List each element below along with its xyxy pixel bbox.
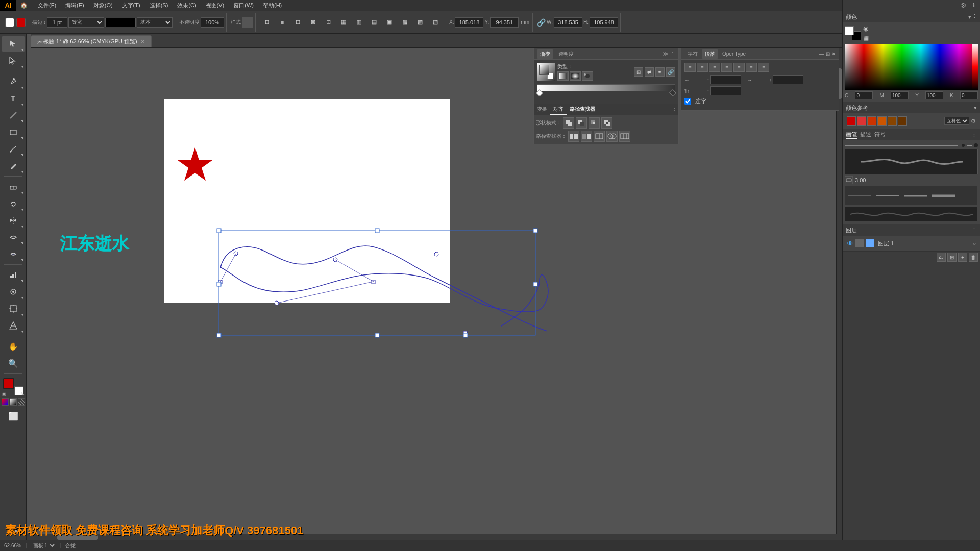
- font-panel-close[interactable]: ✕: [831, 51, 836, 57]
- align-icon-7[interactable]: ▥: [352, 15, 366, 30]
- pencil-tool[interactable]: [2, 158, 24, 174]
- bbox-tl[interactable]: [217, 229, 221, 233]
- align-icon-8[interactable]: ▤: [367, 15, 381, 30]
- indent-up-arrow[interactable]: ↑: [707, 77, 709, 82]
- hex-input[interactable]: [855, 91, 873, 99]
- brush-panel-options[interactable]: ⋮: [971, 132, 977, 138]
- gradient-options-icon[interactable]: ⋮: [670, 51, 675, 57]
- font-panel-expand[interactable]: ⊞: [826, 51, 830, 57]
- menu-file[interactable]: 文件(F): [34, 1, 60, 10]
- align-icon-3[interactable]: ⊟: [290, 15, 305, 30]
- color-panel-options[interactable]: ⋮: [972, 14, 977, 20]
- brush-tool[interactable]: [2, 141, 24, 157]
- align-icon-9[interactable]: ▣: [382, 15, 397, 30]
- fill-color-box[interactable]: [3, 378, 14, 389]
- none-mode-btn[interactable]: [18, 398, 25, 406]
- y-input[interactable]: [490, 17, 519, 28]
- lock-proportions-icon[interactable]: 🔗: [537, 18, 546, 27]
- artboard-tool[interactable]: [2, 300, 24, 317]
- color-ref-settings[interactable]: ⚙: [971, 118, 976, 124]
- pf-btn-1[interactable]: [568, 131, 579, 142]
- shape-minus-front-btn[interactable]: [576, 117, 587, 129]
- align-tab[interactable]: 对齐: [550, 104, 567, 115]
- font-panel-minimize[interactable]: —: [819, 51, 824, 57]
- warp-tool[interactable]: [2, 229, 24, 245]
- bbox-mr[interactable]: [533, 282, 537, 286]
- menu-object[interactable]: 对象(O): [89, 1, 117, 10]
- align-justify-last-left-btn[interactable]: ≡: [733, 63, 745, 72]
- rotate-tool[interactable]: [2, 195, 24, 212]
- style-preview[interactable]: [242, 17, 253, 28]
- k-input[interactable]: [960, 91, 978, 99]
- stroke-type-select[interactable]: 等宽: [68, 17, 104, 28]
- brush-tab-describe[interactable]: 描述: [860, 131, 871, 139]
- line-tool[interactable]: [2, 107, 24, 123]
- hand-tool[interactable]: ✋: [2, 338, 24, 355]
- change-screen-mode-btn[interactable]: ⬜: [2, 408, 24, 424]
- layer-lock-icon[interactable]: [855, 239, 864, 247]
- brush-header[interactable]: 画笔 描述 符号 ⋮: [843, 129, 980, 140]
- grad-link-btn[interactable]: 🔗: [666, 67, 675, 77]
- info-icon[interactable]: ℹ: [970, 2, 978, 10]
- brush-tab-stroke[interactable]: 画笔: [846, 131, 857, 139]
- document-tab[interactable]: 未标题-1* @ 62.66% (CMYK/GPU 预览) ✕: [31, 35, 152, 47]
- grad-reverse-btn[interactable]: ⇄: [645, 67, 654, 77]
- transform-tab[interactable]: 变换: [534, 104, 550, 115]
- width-tool[interactable]: [2, 246, 24, 262]
- slice-tool[interactable]: [2, 317, 24, 334]
- fill-swatch-small[interactable]: [845, 26, 854, 35]
- grad-linear-btn[interactable]: [557, 71, 569, 81]
- direct-select-tool[interactable]: [2, 53, 24, 69]
- home-icon[interactable]: 🏠: [16, 0, 32, 11]
- y-input-r[interactable]: [925, 91, 943, 99]
- font-tab-opentype[interactable]: OpenType: [719, 50, 749, 58]
- graph-tool[interactable]: [2, 267, 24, 283]
- brush-stroke-display[interactable]: [845, 149, 978, 174]
- grad-swatch[interactable]: [537, 63, 555, 81]
- color-ref-swatch-1[interactable]: [857, 116, 866, 126]
- color-ref-header[interactable]: 颜色参考 ▾: [843, 102, 980, 113]
- align-icon-6[interactable]: ▦: [336, 15, 351, 30]
- hue-slider[interactable]: [972, 44, 978, 90]
- color-mode-btn[interactable]: [2, 398, 9, 406]
- zoom-tool[interactable]: 🔍: [2, 355, 24, 371]
- shape-tool[interactable]: [2, 124, 24, 140]
- new-layer-btn[interactable]: +: [958, 253, 967, 262]
- shape-unite-btn[interactable]: [563, 117, 574, 129]
- settings-icon[interactable]: ⚙: [960, 2, 968, 10]
- bbox-bc[interactable]: [375, 333, 379, 337]
- space-before-arrow[interactable]: ↑: [707, 88, 709, 93]
- grad-tab-opacity[interactable]: 透明度: [555, 49, 577, 59]
- artboard-select[interactable]: 画板 1: [31, 542, 56, 549]
- color-sliders-icon[interactable]: ▦: [863, 34, 871, 42]
- delete-layer-btn[interactable]: 🗑: [969, 253, 978, 262]
- gradient-mode-btn[interactable]: [10, 398, 17, 406]
- reflect-tool[interactable]: [2, 212, 24, 229]
- menu-view[interactable]: 视图(V): [202, 1, 229, 10]
- layer-visibility-icon[interactable]: 👁: [847, 240, 853, 247]
- shape-exclude-btn[interactable]: [601, 117, 612, 129]
- stroke-color-swatch[interactable]: [16, 18, 26, 27]
- grad-to-obj-btn[interactable]: ⊞: [634, 67, 643, 77]
- m-input[interactable]: [891, 91, 909, 99]
- align-justify-btn[interactable]: ≡: [721, 63, 732, 72]
- new-sublayer-btn[interactable]: ⊞: [947, 253, 957, 262]
- bbox-tr[interactable]: [533, 229, 537, 233]
- stroke-weight-input[interactable]: [47, 17, 67, 28]
- menu-help[interactable]: 帮助(H): [259, 1, 286, 10]
- align-icon-4[interactable]: ⊠: [306, 15, 320, 30]
- align-icon-2[interactable]: ≡: [275, 15, 289, 30]
- symbol-sprayer-tool[interactable]: [2, 284, 24, 300]
- color-ref-swatch-3[interactable]: [877, 116, 887, 126]
- grad-bar[interactable]: [537, 84, 675, 91]
- align-icon-10[interactable]: ▩: [398, 15, 412, 30]
- space-before-input[interactable]: 0 pt: [710, 86, 741, 95]
- select-tool[interactable]: [2, 36, 24, 52]
- pf-btn-3[interactable]: [594, 131, 605, 142]
- fill-color[interactable]: [5, 18, 14, 27]
- pf-btn-5[interactable]: [619, 131, 630, 142]
- layer-1-row[interactable]: 👁 图层 1 ○: [845, 238, 978, 249]
- make-clip-mask-btn[interactable]: 🗂: [937, 253, 946, 262]
- menu-edit[interactable]: 编辑(E): [61, 1, 88, 10]
- eraser-tool[interactable]: [2, 179, 24, 195]
